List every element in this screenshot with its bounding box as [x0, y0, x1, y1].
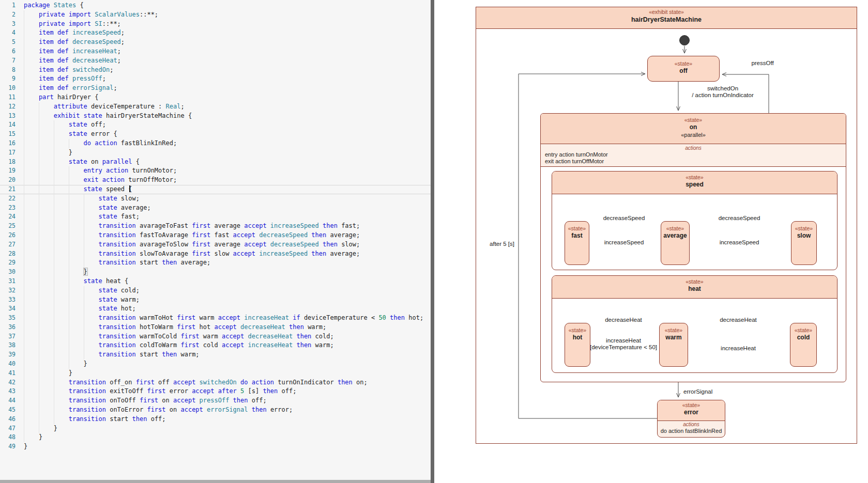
line-number[interactable]: 13 — [0, 112, 16, 121]
line-number[interactable]: 1 — [0, 1, 16, 10]
line-number[interactable]: 22 — [0, 194, 16, 204]
code-line-5[interactable]: 5item def decreaseSpeed; — [0, 38, 431, 47]
code-line-30[interactable]: 30} — [0, 268, 431, 277]
state-box-slow[interactable]: «state» slow — [791, 221, 817, 265]
code-line-44[interactable]: 44transition onToOff first on accept pre… — [0, 396, 431, 406]
line-number[interactable]: 2 — [0, 10, 16, 20]
line-number[interactable]: 18 — [0, 158, 16, 167]
code-line-11[interactable]: 11part hairDryer { — [0, 93, 431, 102]
line-number[interactable]: 4 — [0, 28, 16, 38]
line-number[interactable]: 27 — [0, 240, 16, 250]
code-line-37[interactable]: 37transition warmToCold first warm accep… — [0, 332, 431, 341]
line-number[interactable]: 33 — [0, 295, 16, 305]
line-number[interactable]: 12 — [0, 102, 16, 112]
line-number[interactable]: 19 — [0, 166, 16, 176]
code-line-10[interactable]: 10item def errorSignal; — [0, 84, 431, 93]
line-number[interactable]: 46 — [0, 415, 16, 424]
line-number[interactable]: 5 — [0, 38, 16, 47]
line-number[interactable]: 41 — [0, 369, 16, 378]
code-editor[interactable]: 1package States {2private import ScalarV… — [0, 0, 431, 483]
code-line-28[interactable]: 28transition slowToAvarage first slow ac… — [0, 250, 431, 259]
code-line-32[interactable]: 32state cold; — [0, 286, 431, 295]
code-line-18[interactable]: 18state on parallel { — [0, 158, 431, 167]
line-number[interactable]: 42 — [0, 378, 16, 387]
line-number[interactable]: 32 — [0, 286, 16, 295]
code-line-20[interactable]: 20exit action turnOffMotor; — [0, 176, 431, 185]
code-line-14[interactable]: 14state off; — [0, 120, 431, 130]
code-line-26[interactable]: 26transition fastToAvarage first fast ac… — [0, 231, 431, 240]
code-line-42[interactable]: 42transition off_on first off accept swi… — [0, 378, 431, 387]
code-line-45[interactable]: 45transition onToError first on accept e… — [0, 406, 431, 415]
code-line-27[interactable]: 27transition avarageToSlow first average… — [0, 240, 431, 250]
code-line-36[interactable]: 36transition hotToWarm first hot accept … — [0, 323, 431, 332]
line-number[interactable]: 47 — [0, 424, 16, 433]
code-line-40[interactable]: 40} — [0, 360, 431, 369]
line-number[interactable]: 35 — [0, 314, 16, 323]
code-line-12[interactable]: 12attribute deviceTemperature : Real; — [0, 102, 431, 112]
line-number[interactable]: 34 — [0, 304, 16, 314]
line-number[interactable]: 45 — [0, 406, 16, 415]
code-line-15[interactable]: 15state error { — [0, 130, 431, 139]
line-number[interactable]: 26 — [0, 231, 16, 240]
state-box-error[interactable]: «state» error actions do action fastBlin… — [657, 400, 725, 438]
state-box-fast[interactable]: «state» fast — [565, 221, 589, 265]
line-number[interactable]: 23 — [0, 204, 16, 213]
line-number[interactable]: 28 — [0, 250, 16, 259]
code-line-6[interactable]: 6item def increaseHeat; — [0, 47, 431, 56]
code-line-3[interactable]: 3private import SI::**; — [0, 20, 431, 29]
line-number[interactable]: 25 — [0, 222, 16, 231]
code-line-46[interactable]: 46transition start then off; — [0, 415, 431, 424]
code-line-25[interactable]: 25transition avarageToFast first average… — [0, 222, 431, 231]
code-line-47[interactable]: 47} — [0, 424, 431, 433]
line-number[interactable]: 8 — [0, 66, 16, 75]
code-line-34[interactable]: 34state hot; — [0, 304, 431, 314]
code-line-39[interactable]: 39transition start then warm; — [0, 350, 431, 360]
line-number[interactable]: 36 — [0, 323, 16, 332]
line-number[interactable]: 24 — [0, 212, 16, 222]
line-number[interactable]: 6 — [0, 47, 16, 56]
code-line-1[interactable]: 1package States { — [0, 1, 431, 10]
line-number[interactable]: 40 — [0, 360, 16, 369]
line-number[interactable]: 17 — [0, 148, 16, 158]
code-line-23[interactable]: 23state average; — [0, 204, 431, 213]
code-line-48[interactable]: 48} — [0, 433, 431, 442]
line-number[interactable]: 15 — [0, 130, 16, 139]
state-box-hot[interactable]: «state» hot — [565, 323, 590, 367]
code-line-43[interactable]: 43transition exitToOff first error accep… — [0, 387, 431, 396]
code-line-17[interactable]: 17} — [0, 148, 431, 158]
state-box-average[interactable]: «state» average — [661, 221, 690, 265]
line-number[interactable]: 3 — [0, 20, 16, 29]
line-number[interactable]: 16 — [0, 139, 16, 148]
code-line-35[interactable]: 35transition warmToHot first warm accept… — [0, 314, 431, 323]
line-number[interactable]: 10 — [0, 84, 16, 93]
code-line-24[interactable]: 24state fast; — [0, 212, 431, 222]
state-box-cold[interactable]: «state» cold — [790, 323, 817, 367]
editor-horizontal-scrollbar[interactable] — [0, 480, 431, 483]
code-line-13[interactable]: 13exhibit state hairDryerStateMachine { — [0, 112, 431, 121]
code-line-2[interactable]: 2private import ScalarValues::**; — [0, 10, 431, 20]
code-line-19[interactable]: 19entry action turnOnMotor; — [0, 166, 431, 176]
code-line-22[interactable]: 22state slow; — [0, 194, 431, 204]
line-number[interactable]: 31 — [0, 277, 16, 286]
line-number[interactable]: 44 — [0, 396, 16, 406]
line-number[interactable]: 11 — [0, 93, 16, 102]
code-line-49[interactable]: 49} — [0, 442, 431, 451]
line-number[interactable]: 43 — [0, 387, 16, 396]
line-number[interactable]: 30 — [0, 268, 16, 277]
line-number[interactable]: 39 — [0, 350, 16, 360]
code-line-8[interactable]: 8item def switchedOn; — [0, 66, 431, 75]
line-number[interactable]: 29 — [0, 258, 16, 268]
line-number[interactable]: 21 — [0, 185, 16, 194]
code-line-29[interactable]: 29transition start then average; — [0, 258, 431, 268]
code-line-21[interactable]: 21state speed { — [0, 185, 431, 194]
editor-vertical-scrollbar[interactable] — [431, 0, 434, 483]
line-number[interactable]: 14 — [0, 120, 16, 130]
state-box-off[interactable]: «state» off — [647, 56, 720, 82]
code-line-41[interactable]: 41} — [0, 369, 431, 378]
code-line-38[interactable]: 38transition coldToWarm first cold accep… — [0, 341, 431, 350]
code-line-31[interactable]: 31state heat { — [0, 277, 431, 286]
code-line-4[interactable]: 4item def increaseSpeed; — [0, 28, 431, 38]
line-number[interactable]: 49 — [0, 442, 16, 451]
line-number[interactable]: 48 — [0, 433, 16, 442]
line-number[interactable]: 20 — [0, 176, 16, 185]
